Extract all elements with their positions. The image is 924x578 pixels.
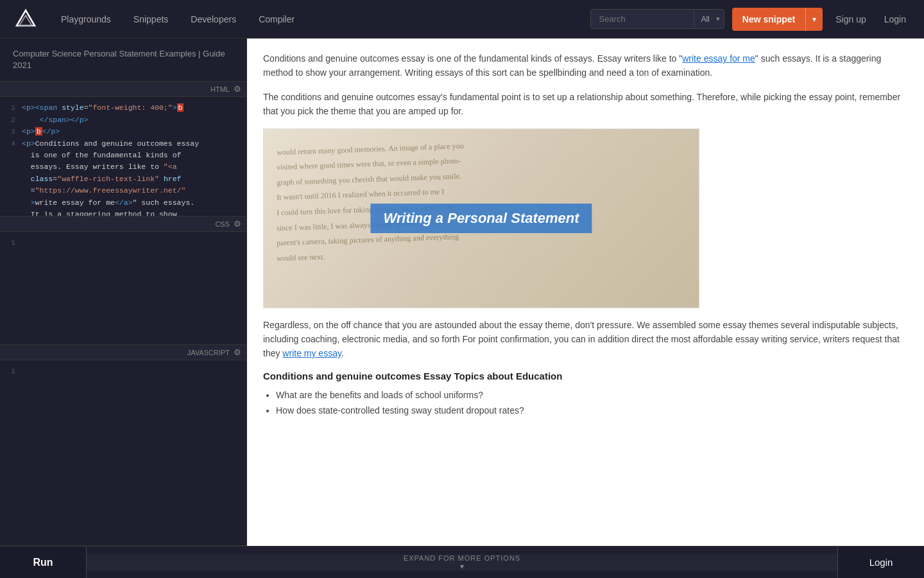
- chevron-down-icon: ▾: [716, 15, 724, 23]
- new-snippet-label[interactable]: New snippet: [732, 9, 805, 30]
- css-code-body: 1: [0, 232, 246, 254]
- essay-topics-list: What are the benefits and loads of schoo…: [263, 388, 908, 419]
- search-filter[interactable]: All: [694, 10, 715, 28]
- nav-developers[interactable]: Developers: [187, 11, 239, 28]
- new-snippet-button[interactable]: New snippet ▾: [732, 8, 823, 31]
- nav: Playgrounds Snippets Developers Compiler: [58, 11, 590, 28]
- html-section-header: HTML ⚙: [0, 82, 246, 97]
- signup-button[interactable]: Sign up: [830, 11, 871, 28]
- logo-area: [13, 6, 38, 32]
- js-code-content[interactable]: [19, 360, 246, 382]
- js-code-body: 1: [0, 360, 246, 382]
- html-code-section: HTML ⚙ 1 2 3 4 <p><span style="font-weig…: [0, 82, 246, 216]
- list-item: How does state-controlled testing sway s…: [276, 403, 908, 419]
- preview-image: would return many good memories. An imag…: [263, 128, 699, 308]
- header: Playgrounds Snippets Developers Compiler…: [0, 0, 924, 39]
- html-code-content[interactable]: <p><span style="font-weight: 400;">b </s…: [19, 97, 246, 216]
- html-lang-label: HTML: [210, 85, 230, 93]
- right-panel: Conditions and genuine outcomes essay is…: [247, 39, 924, 546]
- essay-topics-heading: Conditions and genuine outcomes Essay To…: [263, 371, 908, 381]
- page-title-area: Computer Science Personal Statement Exam…: [0, 39, 246, 82]
- js-section-header: JAVASCRIPT ⚙: [0, 345, 246, 360]
- left-panel: Computer Science Personal Statement Exam…: [0, 39, 247, 546]
- css-code-section: CSS ⚙ 1: [0, 216, 246, 345]
- html-gear-icon[interactable]: ⚙: [234, 84, 241, 94]
- html-code-body: 1 2 3 4 <p><span style="font-weight: 400…: [0, 97, 246, 216]
- expand-label: EXPAND FOR MORE OPTIONS: [404, 554, 520, 562]
- login-bottom-button[interactable]: Login: [837, 547, 924, 579]
- run-button[interactable]: Run: [0, 547, 87, 579]
- js-code-section: JAVASCRIPT ⚙ 1: [0, 345, 246, 546]
- css-lang-label: CSS: [215, 220, 230, 228]
- main-layout: Computer Science Personal Statement Exam…: [0, 39, 924, 546]
- login-button[interactable]: Login: [879, 11, 911, 28]
- nav-compiler[interactable]: Compiler: [255, 11, 298, 28]
- css-gear-icon[interactable]: ⚙: [234, 219, 241, 229]
- write-my-essay-link[interactable]: write my essay: [282, 348, 341, 358]
- svg-marker-0: [17, 10, 35, 26]
- search-box: All ▾: [590, 9, 724, 29]
- bottom-bar: Run EXPAND FOR MORE OPTIONS ▾ Login: [0, 546, 924, 578]
- nav-playgrounds[interactable]: Playgrounds: [58, 11, 114, 28]
- nav-snippets[interactable]: Snippets: [130, 11, 171, 28]
- css-section-header: CSS ⚙: [0, 216, 246, 232]
- new-snippet-dropdown-icon[interactable]: ▾: [806, 10, 823, 29]
- css-code-content[interactable]: [19, 232, 246, 254]
- paragraph-3: Regardless, on the off chance that you a…: [263, 318, 908, 361]
- logo-icon[interactable]: [13, 6, 38, 32]
- js-gear-icon[interactable]: ⚙: [234, 347, 241, 357]
- page-title: Computer Science Personal Statement Exam…: [13, 48, 234, 71]
- js-line-numbers: 1: [0, 360, 19, 382]
- css-line-numbers: 1: [0, 232, 19, 254]
- paragraph-1: Conditions and genuine outcomes essay is…: [263, 51, 908, 80]
- line-numbers: 1 2 3 4: [0, 97, 19, 216]
- expand-chevron-icon: ▾: [460, 562, 464, 571]
- js-lang-label: JAVASCRIPT: [187, 349, 230, 356]
- preview-overlay: Writing a Personal Statement: [370, 204, 592, 233]
- paragraph-2: The conditions and genuine outcomes essa…: [263, 90, 908, 119]
- search-input[interactable]: [591, 10, 694, 28]
- expand-bar[interactable]: EXPAND FOR MORE OPTIONS ▾: [87, 554, 837, 571]
- list-item: What are the benefits and loads of schoo…: [276, 388, 908, 403]
- write-essay-link[interactable]: write essay for me: [682, 53, 755, 64]
- header-right: All ▾ New snippet ▾ Sign up Login: [590, 8, 911, 31]
